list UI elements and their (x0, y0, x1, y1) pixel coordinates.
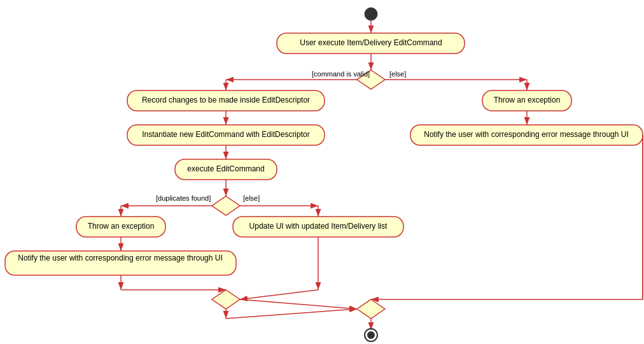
user-execute-label: User execute Item/Delivery EditCommand (300, 38, 442, 47)
diagram-svg: User execute Item/Delivery EditCommand [… (0, 0, 644, 344)
start-node (365, 8, 377, 20)
diamond-3 (212, 290, 240, 309)
arrow-d3-to-d4-bottom (226, 309, 357, 319)
throw-exception-2-label: Throw an exception (88, 222, 155, 231)
arrow-d3-to-d4 (240, 299, 357, 309)
notify-2-line1: Notify the user with corresponding error… (18, 254, 223, 262)
diamond-4 (357, 299, 385, 319)
arrow-updateui-to-d3b (240, 290, 318, 299)
update-ui-label: Update UI with updated Item/Delivery lis… (249, 222, 388, 231)
end-inner (367, 331, 375, 339)
diamond1-valid-label: [command is valid] (312, 70, 370, 78)
diamond2-dup-label: [duplicates found] (156, 194, 211, 202)
arrow-notify1-to-d4 (371, 135, 643, 299)
execute-label: execute EditCommand (187, 164, 264, 173)
diamond1-else-label: [else] (389, 70, 406, 78)
throw-exception-1-label: Throw an exception (494, 96, 561, 104)
instantiate-label: Instantiate new EditCommand with EditDes… (142, 130, 309, 139)
diamond-2 (212, 196, 240, 215)
diamond2-else-label: [else] (243, 194, 260, 202)
record-changes-label: Record changes to be made inside EditDes… (142, 96, 310, 104)
notify-1-label: Notify the user with corresponding error… (424, 130, 629, 139)
